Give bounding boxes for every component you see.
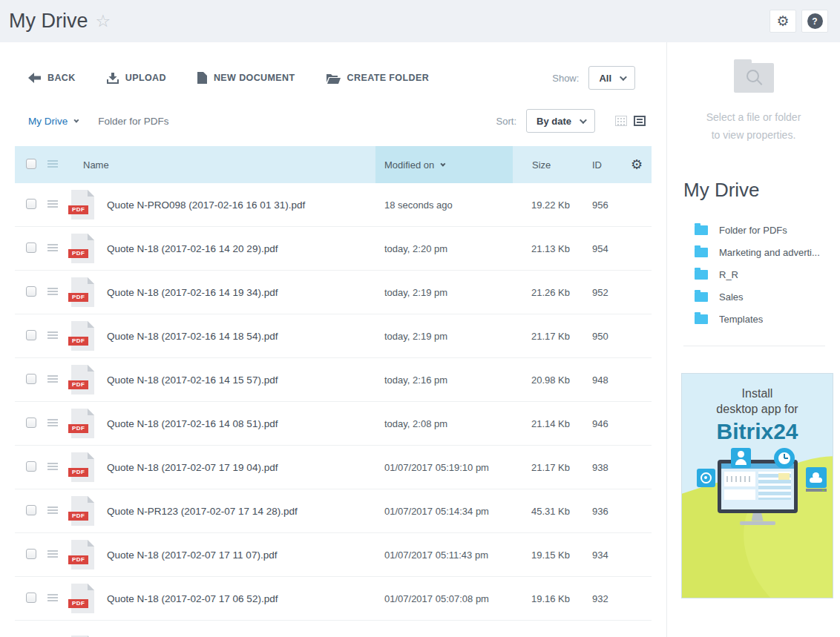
upload-label: UPLOAD [125,73,166,83]
pdf-file-icon[interactable]: PDF [71,190,94,220]
banner-install-line2: desktop app for [682,401,833,417]
column-header-name[interactable]: Name [71,159,375,171]
grid-view-toggle[interactable] [615,116,627,126]
pdf-file-icon[interactable]: PDF [71,452,94,482]
file-name-link[interactable]: Quote N-18 (2017-02-16 14 15 57).pdf [107,374,375,386]
magnifier-icon [747,70,759,82]
table-row: PDF Quote N-18 (2017-02-16 14 20 29).pdf… [15,227,652,271]
column-header-size[interactable]: Size [513,159,576,171]
create-folder-label: CREATE FOLDER [347,73,430,83]
file-name-link[interactable]: Quote N-18 (2017-02-16 14 19 34).pdf [107,287,375,298]
id-cell: 932 [576,593,622,604]
size-cell: 21.26 Kb [513,287,576,298]
file-name-link[interactable]: Quote N-18 (2017-02-16 14 18 54).pdf [107,331,375,342]
pdf-file-icon[interactable]: PDF [71,584,94,613]
folder-icon [327,73,341,84]
chevron-down-icon [580,116,587,124]
create-folder-button[interactable]: CREATE FOLDER [327,73,430,84]
pdf-badge: PDF [68,380,88,389]
pdf-badge: PDF [68,555,88,564]
row-checkbox[interactable] [26,593,36,603]
main-panel: BACK UPLOAD NEW DOCUMENT CREATE FOLDER S… [0,42,840,637]
column-header-id[interactable]: ID [576,159,622,171]
row-drag-handle[interactable] [47,331,58,340]
sidebar-folder-item[interactable]: Folder for PDFs [695,220,840,242]
file-name-link[interactable]: Quote N-PRO098 (2017-02-16 16 01 31).pdf [107,199,375,211]
breadcrumb-root[interactable]: My Drive [28,116,77,127]
row-checkbox[interactable] [26,330,36,340]
desktop-app-banner[interactable]: Install desktop app for Bitrix24 [681,373,833,598]
file-name-link[interactable]: Quote N-18 (2017-02-07 17 19 04).pdf [107,462,375,473]
settings-button[interactable]: ⚙ [770,10,796,33]
pdf-file-icon[interactable]: PDF [71,321,94,351]
sidebar-folder-item[interactable]: Marketing and adverti... [695,242,840,264]
empty-selection-state: Select a file or folder to view properti… [667,63,840,145]
pdf-file-icon[interactable]: PDF [71,277,94,307]
table-row: PDF Quote N-18 (2017-02-16 14 19 34).pdf… [15,271,652,314]
row-checkbox[interactable] [26,549,36,559]
upload-icon [107,73,119,84]
size-cell: 19.22 Kb [513,199,576,211]
row-checkbox[interactable] [26,374,36,384]
file-table: Name Modified on Size ID ⚙ PDF Quote N-P… [15,146,652,637]
favorite-star-icon[interactable]: ☆ [96,13,111,30]
pdf-file-icon[interactable]: PDF [71,409,94,438]
file-name-link[interactable]: Quote N-18 (2017-02-07 17 11 07).pdf [107,549,375,561]
upload-button[interactable]: UPLOAD [107,73,166,84]
file-name-link[interactable]: Quote N-18 (2017-02-07 17 06 52).pdf [107,593,375,604]
file-name-link[interactable]: Quote N-PR123 (2017-02-07 17 14 28).pdf [107,506,375,517]
row-drag-handle[interactable] [47,419,58,428]
row-checkbox[interactable] [26,199,36,209]
new-document-button[interactable]: NEW DOCUMENT [197,72,295,84]
toolbar: BACK UPLOAD NEW DOCUMENT CREATE FOLDER S… [28,63,652,93]
file-name-link[interactable]: Quote N-18 (2017-02-16 14 08 51).pdf [107,418,375,429]
row-drag-handle[interactable] [47,594,58,603]
row-drag-handle[interactable] [47,463,58,472]
grid-settings-gear-icon[interactable]: ⚙ [631,158,643,171]
modified-cell: today, 2:20 pm [375,243,513,254]
row-checkbox[interactable] [26,242,36,253]
id-cell: 938 [576,462,622,473]
sidebar-folder-item[interactable]: Templates [695,308,840,331]
row-drag-handle[interactable] [47,244,58,253]
sort-direction-icon [441,161,446,166]
row-drag-handle[interactable] [47,375,58,384]
select-all-checkbox[interactable] [26,159,36,169]
pdf-file-icon[interactable]: PDF [71,496,94,526]
help-button[interactable]: ? [801,10,828,33]
table-row: PDF Quote N-PR123 (2017-02-07 17 14 28).… [15,489,652,533]
row-checkbox[interactable] [26,417,36,428]
pdf-file-icon[interactable]: PDF [71,540,94,570]
pdf-file-icon[interactable]: PDF [71,234,94,263]
table-row: PDF Quote N-18 (2017-02-16 14 18 54).pdf… [15,314,652,358]
row-checkbox[interactable] [26,505,36,515]
row-checkbox[interactable] [26,286,36,297]
clock-icon [774,448,795,469]
breadcrumb-bar: My Drive Folder for PDFs Sort: By date [28,108,652,134]
pdf-file-icon[interactable]: PDF [71,365,94,395]
back-button[interactable]: BACK [28,73,76,83]
list-view-toggle[interactable] [634,116,646,126]
column-header-modified[interactable]: Modified on [375,146,513,183]
row-checkbox[interactable] [26,461,36,472]
sidebar-folder-item[interactable]: R_R [695,264,840,286]
sidebar-folder-item[interactable]: Sales [695,286,840,308]
sort-dropdown[interactable]: By date [526,109,595,133]
row-drag-handle[interactable] [47,200,58,209]
file-name-link[interactable]: Quote N-18 (2017-02-16 14 20 29).pdf [107,243,375,254]
table-row: PDF Quote N-18 (2017-02-07 17 11 07).pdf… [15,533,652,577]
id-cell: 936 [576,506,622,517]
back-arrow-icon [28,73,41,83]
show-filter-value: All [599,73,611,84]
document-icon [197,72,207,84]
table-row: PDF Quote N-18 (2017-02-07 17 19 04).pdf… [15,446,652,489]
sidebar-divider [683,346,825,346]
modified-header-label: Modified on [384,159,434,171]
breadcrumb-current: Folder for PDFs [98,116,168,127]
page-title: My Drive [9,10,88,33]
row-drag-handle[interactable] [47,288,58,297]
row-drag-handle[interactable] [47,506,58,515]
size-cell: 21.17 Kb [513,331,576,342]
show-filter-dropdown[interactable]: All [588,66,635,90]
row-drag-handle[interactable] [47,550,58,559]
